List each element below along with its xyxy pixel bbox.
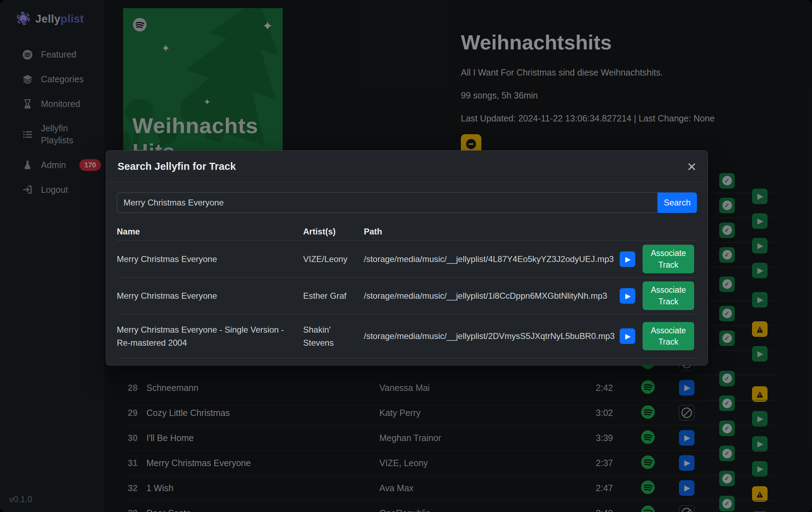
result-path: /storage/media/music/__jellyplist/2DVmys… [364, 329, 620, 343]
result-artist: Esther Graf [303, 289, 364, 302]
modal-header: Search Jellyfin for Track × [106, 151, 708, 183]
preview-play-button[interactable] [620, 328, 635, 344]
column-header-path: Path [364, 225, 620, 238]
search-results-table: Name Artist(s) Path Merry Christmas Ever… [117, 223, 697, 358]
result-row: Merry Christmas Everyone - Single Versio… [117, 314, 697, 358]
result-row: Merry Christmas Everyone VIZE/Leony /sto… [117, 240, 697, 277]
result-name: Merry Christmas Everyone [117, 289, 303, 302]
search-button[interactable]: Search [657, 192, 697, 213]
associate-track-button[interactable]: Associate Track [643, 322, 694, 350]
modal-title: Search Jellyfin for Track [118, 161, 236, 172]
column-header-artist: Artist(s) [303, 225, 364, 238]
preview-play-button[interactable] [620, 251, 635, 267]
search-jellyfin-modal: Search Jellyfin for Track × Search Name … [106, 150, 708, 365]
result-path: /storage/media/music/__jellyplist/1i8CcD… [364, 289, 620, 302]
result-name: Merry Christmas Everyone [117, 252, 303, 266]
search-group: Search [117, 192, 697, 213]
result-row: Merry Christmas Everyone Esther Graf /st… [117, 277, 697, 314]
app-window: Jellyplist Featured Categories [0, 0, 812, 512]
results-header-row: Name Artist(s) Path [117, 223, 697, 240]
modal-body: Search Name Artist(s) Path Merry Christm… [106, 183, 708, 358]
result-path: /storage/media/music/__jellyplist/4L87Y4… [364, 252, 620, 266]
associate-track-button[interactable]: Associate Track [643, 245, 694, 273]
result-artist: Shakin' Stevens [303, 323, 364, 349]
result-name: Merry Christmas Everyone - Single Versio… [117, 323, 303, 349]
close-icon[interactable]: × [687, 159, 696, 174]
associate-track-button[interactable]: Associate Track [643, 281, 694, 310]
preview-play-button[interactable] [620, 288, 635, 304]
column-header-name: Name [117, 225, 303, 238]
track-search-input[interactable] [117, 192, 657, 213]
result-artist: VIZE/Leony [303, 252, 364, 266]
